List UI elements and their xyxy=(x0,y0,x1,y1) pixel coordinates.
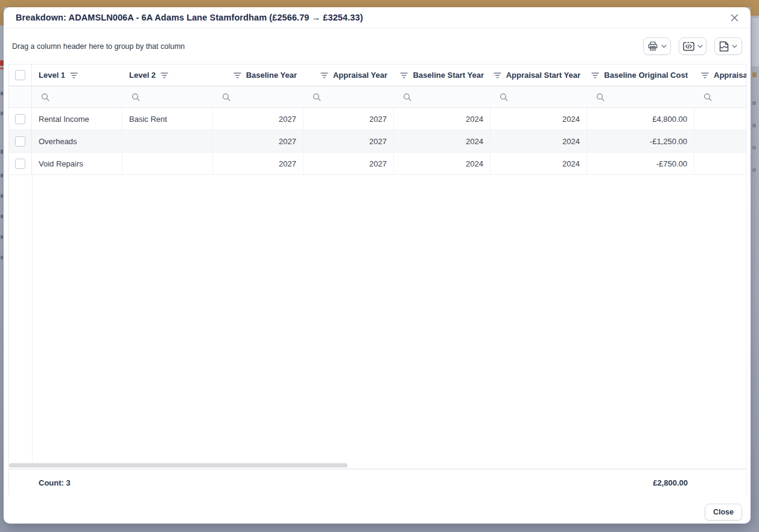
search-icon xyxy=(132,93,140,101)
header-checkbox-cell xyxy=(9,65,32,86)
export-code-button[interactable] xyxy=(679,37,707,55)
filter-icon[interactable] xyxy=(591,72,599,78)
grid-filter-row xyxy=(9,86,747,108)
column-header-baseline-year[interactable]: Baseline Year xyxy=(213,65,303,86)
data-grid: Level 1 Level 2 Baseline Year xyxy=(8,64,747,495)
close-button[interactable]: Close xyxy=(705,504,742,521)
row-checkbox[interactable] xyxy=(15,136,25,147)
column-header-appraisal-start-year[interactable]: Appraisal Start Year xyxy=(491,65,587,86)
row-count-summary: Count: 3 xyxy=(32,469,122,495)
dialog-title: Breakdown: ADAMSLN006A - 6A Adams Lane S… xyxy=(16,13,728,22)
row-checkbox[interactable] xyxy=(15,114,25,124)
search-icon xyxy=(403,93,411,101)
horizontal-scrollbar-thumb[interactable] xyxy=(9,463,348,467)
filter-cell-baseline-start-year[interactable] xyxy=(394,86,491,107)
filter-cell-baseline-year[interactable] xyxy=(213,86,303,107)
export-code-icon xyxy=(683,42,694,51)
select-all-checkbox[interactable] xyxy=(15,70,25,80)
grid-toolbar: Drag a column header here to group by th… xyxy=(4,28,751,64)
export-image-button[interactable] xyxy=(714,37,742,55)
breakdown-dialog: Breakdown: ADAMSLN006A - 6A Adams Lane S… xyxy=(4,7,751,524)
search-icon xyxy=(596,93,605,101)
group-panel-hint: Drag a column header here to group by th… xyxy=(8,42,643,51)
chevron-down-icon xyxy=(661,45,667,48)
filter-icon[interactable] xyxy=(400,72,408,78)
filter-cell-appraisal[interactable] xyxy=(694,86,747,107)
search-icon xyxy=(222,93,230,101)
column-header-appraisal-year[interactable]: Appraisal Year xyxy=(303,65,394,86)
total-summary: £2,800.00 xyxy=(587,469,694,495)
column-header-appraisal-clipped[interactable]: Appraisa xyxy=(694,65,747,86)
table-row[interactable]: Void Repairs 2027 2027 2024 2024 -£750.0… xyxy=(9,153,747,175)
background-right-strip xyxy=(751,0,759,532)
printer-icon xyxy=(647,41,658,51)
search-icon xyxy=(500,93,508,101)
dialog-title-bar: Breakdown: ADAMSLN006A - 6A Adams Lane S… xyxy=(4,7,751,28)
search-icon xyxy=(313,93,321,101)
horizontal-scrollbar[interactable] xyxy=(9,463,746,469)
table-row[interactable]: Overheads 2027 2027 2024 2024 -£1,250.00 xyxy=(9,130,747,153)
grid-summary-row: Count: 3 £2,800.00 xyxy=(9,469,747,495)
filter-icon[interactable] xyxy=(494,72,501,78)
print-button[interactable] xyxy=(643,37,671,55)
checkbox-column-separator xyxy=(32,175,33,463)
filter-cell-appraisal-year[interactable] xyxy=(303,86,394,107)
filter-icon[interactable] xyxy=(160,72,168,78)
close-icon[interactable] xyxy=(728,11,741,24)
filter-icon[interactable] xyxy=(233,72,241,78)
row-checkbox[interactable] xyxy=(15,159,25,169)
background-tan-bar xyxy=(0,0,759,7)
filter-cell-baseline-original-cost[interactable] xyxy=(587,86,694,107)
chevron-down-icon xyxy=(697,45,703,48)
filter-cell-level-2[interactable] xyxy=(122,86,213,107)
search-icon xyxy=(703,93,712,101)
grid-header-row: Level 1 Level 2 Baseline Year xyxy=(9,65,747,86)
filter-cell-level-1[interactable] xyxy=(32,86,122,107)
column-header-baseline-original-cost[interactable]: Baseline Original Cost xyxy=(587,65,694,86)
filter-icon[interactable] xyxy=(320,72,328,78)
filter-icon[interactable] xyxy=(70,72,78,78)
chevron-down-icon xyxy=(732,45,737,48)
search-icon xyxy=(41,93,49,101)
grid-body: Rental Income Basic Rent 2027 2027 2024 … xyxy=(9,108,746,463)
table-row[interactable]: Rental Income Basic Rent 2027 2027 2024 … xyxy=(9,108,747,130)
column-header-level-1[interactable]: Level 1 xyxy=(32,65,122,86)
filter-cell-appraisal-start-year[interactable] xyxy=(491,86,587,107)
export-image-icon xyxy=(719,41,729,52)
filter-icon[interactable] xyxy=(701,72,709,78)
column-header-level-2[interactable]: Level 2 xyxy=(122,65,213,86)
column-header-baseline-start-year[interactable]: Baseline Start Year xyxy=(394,65,491,86)
